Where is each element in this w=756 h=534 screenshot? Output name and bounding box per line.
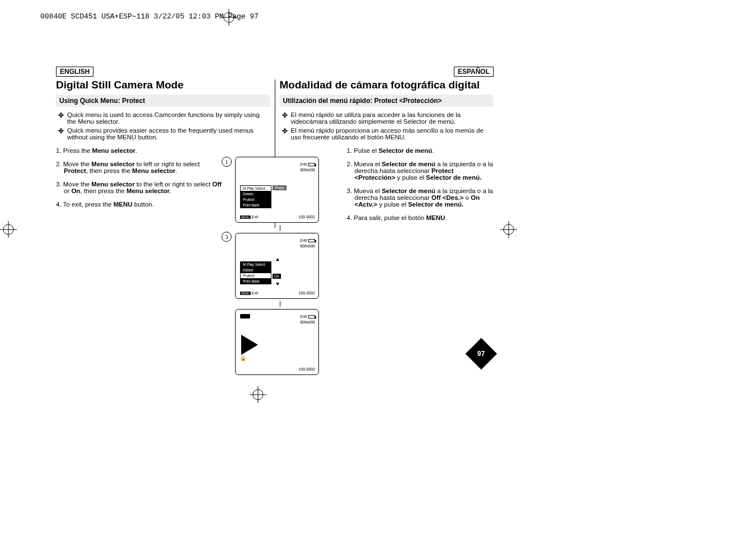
connector-line bbox=[280, 225, 280, 231]
folder-label: 100-0002 bbox=[298, 291, 315, 295]
step: 2. Mueva el Selector de menú a la izquie… bbox=[347, 161, 494, 181]
resolution-label: 800x600 bbox=[300, 320, 315, 324]
battery-icon bbox=[308, 239, 315, 242]
step-number-1: 1 bbox=[222, 157, 232, 167]
section-title: Modalidad de cámara fotográfica digital bbox=[280, 79, 494, 91]
step: 4. Para salir, pulse el botón MENU. bbox=[347, 214, 494, 221]
lcd-screen-3: 2/46 800x600 M.Play Select Delete Protec… bbox=[235, 233, 319, 299]
language-tag-spanish: ESPAÑOL bbox=[454, 67, 494, 77]
arrow-up-icon bbox=[276, 258, 279, 261]
image-counter: 2/46 bbox=[299, 238, 307, 242]
bullet-item: El menú rápido proporciona un acceso más… bbox=[290, 127, 494, 140]
bullet-list: El menú rápido se utiliza para acceder a… bbox=[280, 111, 494, 140]
step: 2. Move the Menu selector to left or rig… bbox=[56, 161, 224, 174]
battery-icon bbox=[308, 315, 315, 318]
battery-icon bbox=[308, 163, 315, 166]
bullet-list: Quick menu is used to access Camcorder f… bbox=[56, 111, 270, 140]
image-counter: 2/46 bbox=[299, 162, 307, 166]
language-tag-english: ENGLISH bbox=[56, 67, 93, 77]
menu-value-photo: Photo bbox=[273, 185, 287, 190]
tape-icon bbox=[240, 314, 250, 318]
step: 1. Pulse el Selector de menú. bbox=[347, 147, 494, 154]
registration-mark-right-icon bbox=[500, 221, 517, 238]
bullet-item: El menú rápido se utiliza para acceder a… bbox=[290, 111, 494, 125]
step-number-3: 3 bbox=[222, 232, 232, 242]
menu-item: Print Mark bbox=[240, 202, 271, 208]
folder-label: 100-0002 bbox=[298, 215, 315, 219]
menu-key-icon: MENU bbox=[240, 292, 251, 295]
image-counter: 2/46 bbox=[299, 315, 307, 318]
section-title: Digital Still Camera Mode bbox=[56, 79, 270, 91]
section-subtitle: Utilización del menú rápido: Protect <Pr… bbox=[280, 95, 494, 107]
registration-mark-top-icon bbox=[220, 9, 237, 26]
menu-key-icon: MENU bbox=[240, 216, 251, 219]
resolution-label: 800x600 bbox=[300, 244, 315, 248]
play-icon bbox=[241, 335, 258, 355]
page-number-badge: 97 bbox=[466, 338, 497, 370]
menu-value-on: On bbox=[273, 274, 281, 279]
exit-label: Exit bbox=[252, 291, 259, 295]
lcd-screen-1: 2/46 800x600 M.Play Select Delete Protec… bbox=[235, 157, 319, 223]
step: 1. Press the Menu selector. bbox=[56, 147, 224, 154]
step: 4. To exit, press the MENU button. bbox=[56, 201, 224, 208]
lcd-screen-result: 2/46 800x600 🔒 100-0002 bbox=[235, 309, 319, 375]
exit-label: Exit bbox=[252, 215, 259, 219]
lcd-illustrations: 1 2/46 800x600 M.Play Select Delete Prot… bbox=[235, 157, 325, 377]
folder-label: 100-0002 bbox=[298, 367, 315, 371]
bullet-item: Quick menu is used to access Camcorder f… bbox=[66, 111, 270, 125]
page-number: 97 bbox=[477, 350, 485, 358]
resolution-label: 800x600 bbox=[300, 168, 315, 172]
step: 3. Move the Menu selector to the left or… bbox=[56, 181, 224, 194]
step: 3. Mueva el Selector de menú a la izquie… bbox=[347, 188, 494, 208]
registration-mark-bottom-icon bbox=[250, 386, 266, 405]
section-subtitle: Using Quick Menu: Protect bbox=[56, 95, 270, 107]
connector-line bbox=[280, 301, 280, 307]
registration-mark-left-icon bbox=[0, 221, 17, 238]
bullet-item: Quick menu provides easier access to the… bbox=[66, 127, 270, 140]
protect-lock-icon: 🔒 bbox=[240, 355, 246, 361]
arrow-down-icon bbox=[276, 283, 279, 285]
menu-item: Print Mark bbox=[240, 278, 271, 284]
